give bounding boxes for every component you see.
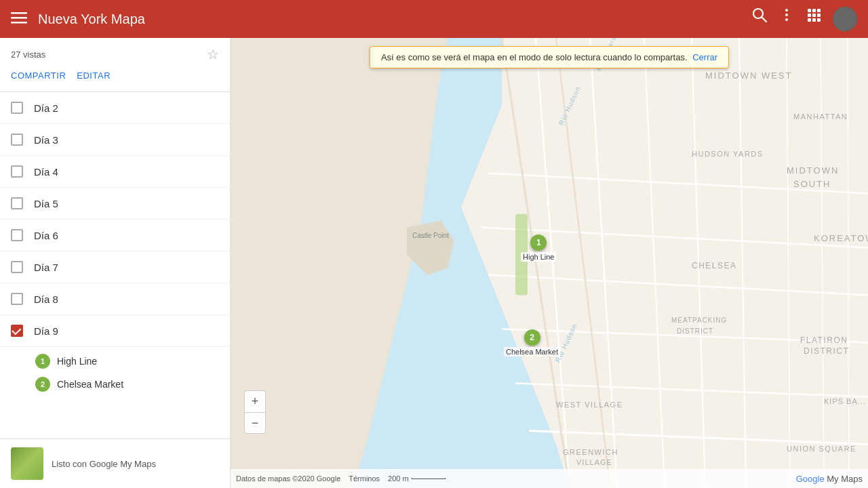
- svg-point-6: [785, 14, 788, 16]
- scale-bar: 200 m: [388, 474, 446, 483]
- zoom-out-button[interactable]: −: [244, 412, 266, 434]
- svg-text:UNION SQUARE: UNION SQUARE: [787, 445, 856, 453]
- svg-text:MIDTOWN: MIDTOWN: [787, 165, 839, 176]
- svg-point-7: [785, 18, 788, 21]
- avatar[interactable]: [833, 7, 857, 31]
- checkbox-dia2[interactable]: [11, 102, 23, 114]
- checkbox-dia5[interactable]: [11, 197, 23, 209]
- place-marker: 2: [35, 377, 50, 392]
- header-actions: [751, 7, 857, 31]
- notification-close[interactable]: Cerrar: [692, 52, 717, 62]
- sidebar-actions: COMPARTIR EDITAR: [0, 65, 230, 92]
- day-label-dia7: Día 7: [34, 262, 58, 273]
- svg-text:Castle Point: Castle Point: [412, 232, 449, 239]
- map-area: MIDTOWN WEST MANHATTAN MIDTOWN SOUTH KOR…: [231, 38, 868, 488]
- page-title: Nueva York Mapa: [38, 12, 751, 27]
- terms-link[interactable]: Términos: [349, 474, 380, 483]
- svg-rect-16: [817, 18, 821, 22]
- svg-text:FLATIRON: FLATIRON: [800, 336, 848, 345]
- checkbox-dia8[interactable]: [11, 293, 23, 305]
- svg-text:MANHATTAN: MANHATTAN: [793, 113, 848, 121]
- day-item-dia2[interactable]: Día 2: [0, 92, 230, 124]
- svg-rect-1: [11, 17, 27, 19]
- marker-chelsea-market[interactable]: 2 Chelsea Market: [504, 329, 560, 357]
- edit-button[interactable]: EDITAR: [77, 68, 111, 83]
- svg-text:DISTRICT: DISTRICT: [677, 327, 713, 335]
- notification-message: Así es como se verá el mapa en el modo d…: [381, 52, 688, 62]
- checkbox-dia7[interactable]: [11, 261, 23, 273]
- apps-icon[interactable]: [806, 7, 822, 31]
- svg-rect-12: [812, 14, 816, 17]
- svg-rect-11: [808, 14, 811, 17]
- day-item-dia9[interactable]: Día 9: [0, 315, 230, 347]
- day-item-dia6[interactable]: Día 6: [0, 220, 230, 251]
- share-button[interactable]: COMPARTIR: [11, 68, 66, 83]
- marker-number-1: 1: [530, 235, 547, 251]
- header: Nueva York Mapa: [0, 0, 868, 38]
- day-label-dia6: Día 6: [34, 230, 58, 241]
- day-item-dia3[interactable]: Día 3: [0, 124, 230, 156]
- copyright-text: Datos de mapas ©2020 Google: [236, 474, 340, 483]
- checkbox-dia3[interactable]: [11, 134, 23, 146]
- map-controls: + −: [244, 390, 266, 434]
- marker-label-chelsea: Chelsea Market: [504, 347, 560, 357]
- google-my-maps-logo: Google My Maps: [796, 474, 863, 484]
- day-item-dia7[interactable]: Día 7: [0, 251, 230, 283]
- svg-point-5: [785, 9, 788, 12]
- place-name: Chelsea Market: [57, 379, 123, 390]
- day-label-dia3: Día 3: [34, 134, 58, 146]
- scale-label: 200 m: [388, 474, 409, 483]
- main-layout: 27 vistas ☆ COMPARTIR EDITAR Día 2Día 3D…: [0, 38, 868, 488]
- place-name: High Line: [57, 356, 97, 367]
- day-item-dia4[interactable]: Día 4: [0, 156, 230, 188]
- place-list-dia9: 1High Line2Chelsea Market: [0, 347, 230, 401]
- svg-rect-10: [817, 9, 821, 12]
- svg-text:SOUTH: SOUTH: [793, 179, 831, 189]
- day-label-dia9: Día 9: [34, 325, 58, 337]
- search-icon[interactable]: [751, 7, 768, 31]
- svg-text:GREENWICH: GREENWICH: [563, 448, 618, 456]
- day-label-dia2: Día 2: [34, 102, 58, 114]
- svg-text:DISTRICT: DISTRICT: [804, 346, 849, 356]
- svg-text:MEATPACKING: MEATPACKING: [671, 317, 727, 324]
- day-item-dia8[interactable]: Día 8: [0, 283, 230, 315]
- footer-label: Listo con Google My Maps: [52, 459, 156, 469]
- svg-text:MIDTOWN WEST: MIDTOWN WEST: [705, 70, 792, 81]
- views-count: 27 vistas: [11, 49, 45, 60]
- svg-rect-0: [11, 12, 27, 14]
- sidebar-footer: Listo con Google My Maps: [0, 439, 230, 488]
- more-options-icon[interactable]: [778, 7, 795, 31]
- svg-rect-13: [817, 14, 821, 17]
- marker-label-highline: High Line: [521, 252, 556, 262]
- day-item-dia5[interactable]: Día 5: [0, 188, 230, 220]
- svg-text:CHELSEA: CHELSEA: [692, 261, 737, 270]
- checkbox-dia4[interactable]: [11, 165, 23, 178]
- marker-highline[interactable]: 1 High Line: [521, 235, 556, 262]
- svg-rect-9: [812, 9, 816, 12]
- checkbox-dia6[interactable]: [11, 229, 23, 241]
- notification-banner: Así es como se verá el mapa en el modo d…: [370, 46, 729, 68]
- day-label-dia8: Día 8: [34, 293, 58, 305]
- svg-text:WEST VILLAGE: WEST VILLAGE: [556, 401, 623, 409]
- svg-rect-14: [808, 18, 811, 22]
- place-item-chelsea-market[interactable]: 2Chelsea Market: [0, 373, 230, 396]
- map-footer-left: Datos de mapas ©2020 Google Términos 200…: [236, 474, 446, 483]
- svg-rect-8: [808, 9, 811, 12]
- place-item-high-line[interactable]: 1High Line: [0, 350, 230, 373]
- svg-text:KOREATOWN: KOREATOWN: [814, 233, 868, 243]
- zoom-in-button[interactable]: +: [244, 390, 266, 412]
- marker-number-2: 2: [524, 329, 540, 346]
- sidebar: 27 vistas ☆ COMPARTIR EDITAR Día 2Día 3D…: [0, 38, 231, 488]
- day-list: Día 2Día 3Día 4Día 5Día 6Día 7Día 8Día 9…: [0, 92, 230, 401]
- svg-line-4: [762, 18, 767, 22]
- menu-icon[interactable]: [11, 9, 27, 28]
- svg-text:KIPS BA...: KIPS BA...: [824, 397, 866, 405]
- star-icon[interactable]: ☆: [207, 46, 219, 62]
- map-footer: Datos de mapas ©2020 Google Términos 200…: [231, 469, 868, 488]
- svg-text:VILLAGE: VILLAGE: [576, 458, 612, 466]
- day-label-dia4: Día 4: [34, 166, 58, 178]
- checkbox-dia9[interactable]: [11, 325, 23, 337]
- place-marker: 1: [35, 354, 50, 369]
- scale-line: [412, 478, 446, 479]
- svg-text:HUDSON YARDS: HUDSON YARDS: [692, 150, 764, 158]
